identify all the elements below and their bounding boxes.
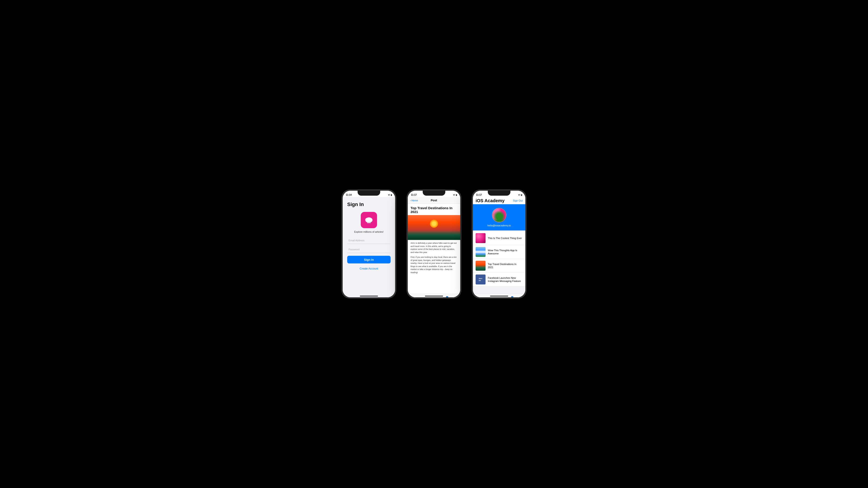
wifi-icon-2: ▾⌇ (453, 194, 455, 196)
post-thumb-3 (475, 261, 486, 271)
notch-3 (488, 191, 510, 196)
app-icon (361, 212, 377, 228)
post-paragraph-1: 2021 is definitely a year where folks wa… (410, 242, 458, 254)
post-content: Top Travel Destinations In 2021 2021 is … (408, 204, 460, 294)
post-hero-image (408, 215, 460, 240)
post-header-title: Top Travel Destinations In 2021 (408, 204, 460, 215)
status-time-2: 11:17 (411, 194, 417, 196)
home-indicator-3 (490, 296, 508, 296)
phone-profile: 11:17 ▾⌇ ▮ iOS Academy Sign Out hello@io… (472, 190, 526, 298)
post-screen: ‹ Home Post Top Travel Destinations In 2… (408, 197, 460, 297)
post-item-title-2: Wow This Thoughts App Is Awesome (488, 249, 523, 255)
chevron-left-icon: ‹ (410, 199, 411, 202)
phones-container: 11:14 ▾⌇ ▮ Sign In (328, 176, 540, 312)
thumb-facebook-image: facebo (475, 274, 486, 285)
wifi-icon-3: ▾⌇ (518, 194, 520, 196)
post-body: 2021 is definitely a year where folks wa… (408, 240, 460, 278)
post-thumb-4: facebo (475, 274, 486, 285)
password-input[interactable] (347, 246, 391, 253)
nav-title: Post (431, 199, 437, 202)
notch-2 (423, 191, 445, 196)
post-thumb-1 (475, 233, 486, 243)
list-item[interactable]: Top Travel Destinations In 2021 (473, 259, 525, 273)
status-time-1: 11:14 (346, 194, 352, 196)
signin-screen: Sign In Explore millions of articles! (343, 197, 395, 297)
nav-bar: ‹ Home Post (408, 197, 460, 204)
list-item[interactable]: facebo Facebook Launches New Instagram M… (473, 273, 525, 287)
svg-point-3 (367, 218, 371, 221)
list-item[interactable]: This Is The Coolest Thing Ever (473, 231, 525, 245)
post-paragraph-2: First, if you are looking to stay local,… (410, 256, 458, 274)
explore-text: Explore millions of articles! (354, 230, 383, 233)
signin-title: Sign In (347, 201, 364, 207)
nav-back-button[interactable]: ‹ Home (410, 199, 418, 202)
notch-1 (358, 191, 380, 196)
tab-bar-3: ⌂ Home 👤 iOS Academy (473, 294, 525, 297)
home-indicator-2 (425, 296, 443, 296)
avatar-image (492, 208, 506, 222)
posts-list: This Is The Coolest Thing Ever Wow This … (473, 230, 525, 294)
thumb-sunset-image (475, 261, 486, 271)
profile-email: hello@iosacademy.io (487, 224, 511, 227)
profile-screen: iOS Academy Sign Out hello@iosacademy.io (473, 197, 525, 297)
post-thumb-2 (475, 247, 486, 257)
status-icons-1: ▾⌇ ▮ (388, 194, 392, 196)
cloud-icon (364, 215, 374, 225)
profile-avatar (492, 208, 506, 222)
battery-icon-2: ▮ (456, 194, 457, 196)
battery-icon-3: ▮ (521, 194, 522, 196)
person-tab-icon: 👤 (445, 296, 450, 297)
nav-back-label: Home (411, 199, 418, 202)
phone-post: 11:17 ▾⌇ ▮ ‹ Home Post Top Travel Destin… (407, 190, 461, 298)
status-time-3: 11:17 (476, 194, 482, 196)
phone-signin: 11:14 ▾⌇ ▮ Sign In (342, 190, 396, 298)
sign-out-button[interactable]: Sign Out (513, 199, 523, 202)
post-item-title-3: Top Travel Destinations In 2021 (488, 263, 523, 269)
signin-button[interactable]: Sign In (347, 256, 391, 263)
email-input[interactable] (347, 237, 391, 244)
sunset-orb (430, 220, 438, 228)
home-tab-icon: ⌂ (420, 296, 422, 297)
tab-bar-2: ⌂ Home 👤 iOS Academy (408, 294, 460, 297)
home-tab-icon-3: ⌂ (485, 296, 487, 297)
wifi-icon: ▾⌇ (388, 194, 390, 196)
thumb-waterfall-image (475, 247, 486, 257)
list-item[interactable]: Wow This Thoughts App Is Awesome (473, 245, 525, 259)
create-account-link[interactable]: Create Account (360, 267, 378, 270)
post-item-title-4: Facebook Launches New Instagram Messagin… (488, 276, 523, 283)
profile-top-nav: iOS Academy Sign Out (473, 197, 525, 204)
thumb-flowers-image (475, 233, 486, 243)
profile-header: hello@iosacademy.io (473, 204, 525, 230)
status-icons-3: ▾⌇ ▮ (518, 194, 522, 196)
battery-icon: ▮ (391, 194, 392, 196)
post-item-title-1: This Is The Coolest Thing Ever (488, 236, 522, 240)
status-icons-2: ▾⌇ ▮ (453, 194, 457, 196)
person-tab-icon-3: 👤 (510, 296, 515, 297)
home-indicator-1 (360, 296, 378, 296)
profile-screen-title: iOS Academy (475, 198, 504, 203)
